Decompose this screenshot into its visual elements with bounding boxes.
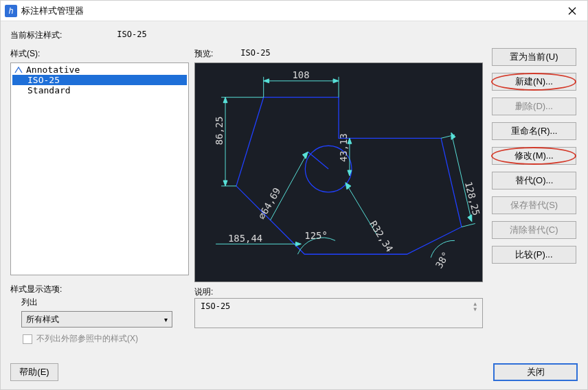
- exclude-xref-checkbox[interactable]: 不列出外部参照中的样式(X): [23, 333, 189, 345]
- list-item[interactable]: ISO-25: [12, 75, 187, 85]
- dim-4313: 43,13: [338, 133, 349, 162]
- spin-down-icon: ▼: [473, 307, 477, 312]
- combo-value: 所有样式: [26, 314, 59, 325]
- desc-box: ISO-25 ▲ ▼: [194, 298, 483, 328]
- display-options-label: 样式显示选项:: [10, 284, 189, 295]
- preview-canvas: 108 86,25 43,13 128,25 ⌀64,69 R32,34 125…: [194, 62, 483, 282]
- modify-button[interactable]: 修改(M)...: [492, 147, 576, 165]
- dim-18544: 185,44: [228, 233, 262, 244]
- styles-list[interactable]: AnnotativeISO-25Standard: [10, 62, 189, 275]
- window-close-button[interactable]: [557, 1, 587, 21]
- chevron-down-icon: ▾: [164, 316, 168, 323]
- svg-marker-19: [451, 133, 455, 139]
- list-label: 列出: [21, 297, 189, 308]
- clear-override-button: 清除替代(C): [492, 221, 576, 239]
- dialog-content: 当前标注样式: ISO-25 样式(S): AnnotativeISO-25St…: [1, 21, 587, 390]
- dim-8625: 86,25: [214, 116, 225, 145]
- window-title: 标注样式管理器: [21, 5, 557, 17]
- current-style-label: 当前标注样式:: [10, 30, 62, 41]
- save-override-button: 保存替代(S): [492, 196, 576, 214]
- close-icon: [568, 7, 576, 15]
- close-button[interactable]: 关闭: [493, 363, 578, 381]
- dim-125: 125°: [304, 230, 328, 241]
- titlebar: h 标注样式管理器: [1, 1, 587, 21]
- desc-spinner: ▲ ▼: [473, 301, 477, 325]
- list-item-label: Standard: [27, 85, 71, 95]
- preview-style-name: ISO-25: [240, 48, 270, 60]
- list-item-label: ISO-25: [27, 75, 60, 85]
- svg-marker-7: [333, 79, 339, 83]
- dim-108: 108: [292, 69, 309, 80]
- app-icon: h: [5, 5, 17, 17]
- svg-marker-24: [346, 183, 351, 190]
- svg-marker-11: [223, 98, 227, 103]
- current-style-value: ISO-25: [117, 30, 146, 41]
- rename-button[interactable]: 重命名(R)...: [492, 122, 576, 140]
- dim-r3234: R32,34: [368, 219, 395, 254]
- dim-6469: ⌀64,69: [256, 186, 282, 222]
- help-button[interactable]: 帮助(E): [10, 363, 58, 381]
- desc-label: 说明:: [194, 286, 486, 298]
- list-filter-combo[interactable]: 所有样式 ▾: [21, 311, 172, 328]
- list-item[interactable]: Annotative: [12, 65, 187, 75]
- svg-marker-26: [295, 242, 301, 246]
- set-current-button[interactable]: 置为当前(U): [492, 48, 576, 66]
- svg-marker-22: [302, 152, 308, 159]
- new-button[interactable]: 新建(N)...: [492, 73, 576, 91]
- delete-button: 删除(D)...: [492, 98, 576, 115]
- svg-line-21: [271, 152, 308, 220]
- annotative-icon: [14, 66, 23, 74]
- checkbox-label: 不列出外部参照中的样式(X): [36, 333, 138, 345]
- svg-line-16: [451, 133, 472, 221]
- dim-12825: 128,25: [463, 181, 482, 217]
- dim-38: 38°: [433, 250, 451, 271]
- preview-label: 预览:: [194, 48, 213, 60]
- list-item-label: Annotative: [26, 65, 80, 75]
- styles-label: 样式(S):: [10, 48, 189, 60]
- svg-line-18: [462, 224, 475, 227]
- list-item[interactable]: Standard: [12, 85, 187, 95]
- svg-marker-12: [223, 181, 227, 186]
- svg-marker-6: [264, 79, 269, 83]
- checkbox-icon: [23, 334, 32, 344]
- override-button[interactable]: 替代(O)...: [492, 172, 576, 190]
- compare-button[interactable]: 比较(P)...: [492, 246, 576, 264]
- desc-value: ISO-25: [201, 301, 230, 325]
